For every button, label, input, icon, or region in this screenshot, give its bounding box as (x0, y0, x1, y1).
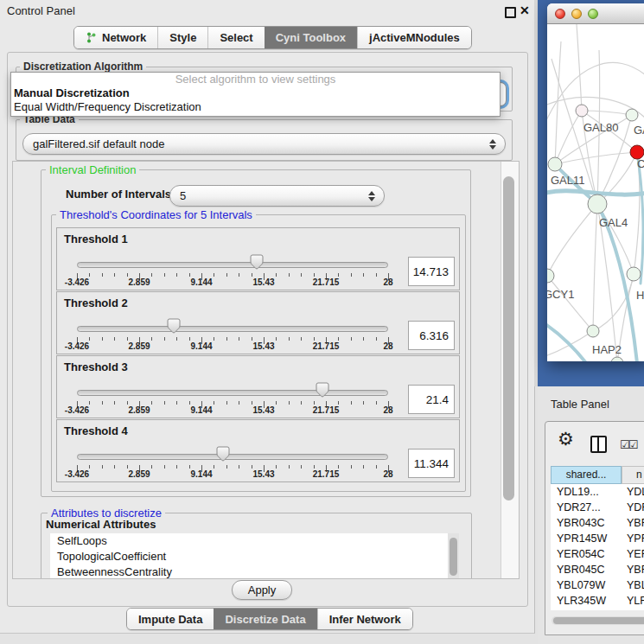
network-edge (555, 152, 637, 164)
table-row[interactable]: YLR345WYLR3 (551, 593, 644, 609)
tick-label: 15.43 (252, 277, 274, 287)
tick-mark (102, 273, 103, 277)
network-node[interactable] (547, 269, 554, 283)
cell-name: YDR2 (627, 500, 644, 515)
slider-thumb[interactable] (316, 382, 329, 398)
cell-name: YDL1 (627, 484, 644, 500)
tab-jactivemnodules[interactable]: jActiveMNodules (357, 27, 471, 48)
tick-label: 15.43 (252, 405, 274, 415)
table-panel: Table Panel ⚙ ☑☑ shared... n YDL19...YDL… (538, 386, 644, 644)
tick-label: 21.715 (313, 469, 340, 479)
algorithm-option-placeholder[interactable]: Select algorithm to view settings (11, 73, 500, 86)
attributes-scrollbar-thumb[interactable] (450, 538, 457, 576)
tab-label: Cyni Toolbox (276, 31, 346, 44)
threshold-value-field[interactable]: 14.713 (408, 257, 455, 286)
tick-label: 21.715 (313, 341, 340, 351)
threshold-label: Threshold 3 (64, 360, 128, 373)
network-node[interactable] (588, 194, 607, 214)
slider-track[interactable] (77, 390, 388, 396)
close-icon[interactable]: ✕ (520, 3, 530, 17)
tick-mark (214, 337, 214, 341)
tick-mark (164, 337, 165, 341)
tab-select[interactable]: Select (207, 27, 264, 48)
tick-mark (314, 465, 315, 469)
tab-style[interactable]: Style (157, 27, 207, 48)
network-node[interactable] (627, 267, 641, 281)
table-row[interactable]: YBR043CYBR0 (551, 515, 644, 531)
network-node[interactable] (548, 157, 562, 171)
threshold-value-field[interactable]: 21.4 (408, 385, 455, 414)
network-node[interactable] (587, 325, 599, 337)
number-of-intervals-combobox[interactable]: 5 (169, 185, 385, 207)
table-hscrollbar-thumb[interactable] (553, 617, 644, 624)
network-canvas[interactable]: GAL80GACGAL11GAL4GCY1HHAP2 (547, 24, 644, 361)
cell-name: YBR0 (627, 515, 644, 531)
float-window-icon[interactable] (505, 7, 516, 18)
network-node[interactable] (626, 109, 638, 121)
attribute-item-topologicalcoefficient[interactable]: TopologicalCoefficient (50, 549, 448, 564)
table-data-combobox[interactable]: galFiltered.sif default node (22, 133, 506, 155)
tab-discretize-data[interactable]: Discretize Data (214, 609, 316, 629)
table-data-value: galFiltered.sif default node (33, 134, 164, 154)
tick-label: 9.144 (190, 405, 212, 415)
column-manager-icon[interactable] (590, 436, 607, 453)
cell-shared-name: YIL05... (557, 609, 594, 610)
table-row[interactable]: YDR27...YDR2 (551, 500, 644, 515)
tick-mark (176, 337, 177, 341)
cell-name: YLR3 (627, 593, 644, 609)
tick-mark (89, 401, 90, 405)
table-row[interactable]: YPR145WYPR1 (551, 531, 644, 546)
network-desktop: GAL80GACGAL11GAL4GCY1HHAP2 (538, 0, 644, 386)
table-hscrollbar-track[interactable] (552, 616, 644, 625)
attribute-item-betweennesscentrality[interactable]: BetweennessCentrality (50, 564, 448, 578)
tab-cyni-toolbox[interactable]: Cyni Toolbox (265, 27, 357, 48)
attribute-item-selfloops[interactable]: SelfLoops (50, 533, 448, 549)
threshold-value-field[interactable]: 11.344 (408, 449, 455, 478)
threshold-label: Threshold 2 (64, 296, 128, 309)
threshold-value-field[interactable]: 6.316 (408, 321, 455, 350)
tick-mark (239, 337, 239, 341)
slider-track[interactable] (77, 326, 388, 332)
table-row[interactable]: YER054CYER0 (551, 546, 644, 562)
network-node-label: H (636, 289, 644, 302)
table-row[interactable]: YDL19...YDL1 (551, 484, 644, 500)
tick-mark (176, 401, 177, 405)
apply-button[interactable]: Apply (232, 580, 292, 600)
slider-track[interactable] (77, 262, 388, 268)
tick-mark (164, 465, 165, 469)
tick-mark (289, 273, 290, 277)
network-window-titlebar (547, 3, 644, 24)
tab-infer-network[interactable]: Infer Network (317, 609, 412, 629)
algorithm-option-manual-discretization[interactable]: Manual Discretization (11, 86, 500, 100)
tab-label: Discretize Data (225, 613, 305, 626)
tick-mark (363, 465, 364, 469)
table-row[interactable]: YBR045CYBR0 (551, 562, 644, 577)
gear-icon[interactable]: ⚙ (558, 429, 574, 450)
network-edge-highlighted (547, 322, 589, 361)
main-scrollbar-thumb[interactable] (503, 176, 514, 501)
tick-mark (363, 401, 364, 405)
network-node[interactable] (576, 105, 588, 117)
zoom-traffic-light-icon[interactable] (588, 9, 598, 19)
minimize-traffic-light-icon[interactable] (571, 9, 582, 19)
slider-thumb[interactable] (250, 254, 264, 270)
algorithm-option-equal-width-frequency-discretization[interactable]: Equal Width/Frequency Discretization (11, 100, 500, 114)
network-node[interactable] (611, 357, 623, 361)
slider-track[interactable] (77, 454, 388, 460)
threshold-3-box: Threshold 3-3.4262.8599.14415.4321.71528… (56, 355, 460, 418)
tab-impute-data[interactable]: Impute Data (127, 609, 214, 629)
close-traffic-light-icon[interactable] (555, 9, 565, 19)
select-columns-icon[interactable]: ☑☑ (620, 438, 636, 451)
discretization-algorithm-group-title: Discretization Algorithm (20, 61, 146, 73)
tick-mark (189, 273, 190, 277)
number-of-intervals-value: 5 (180, 186, 186, 206)
slider-thumb[interactable] (216, 446, 230, 462)
tab-network[interactable]: Network (74, 27, 157, 48)
column-header-name[interactable]: n (622, 466, 644, 484)
slider-thumb[interactable] (167, 318, 181, 334)
network-edge (555, 111, 582, 164)
tick-label: 9.144 (190, 341, 212, 351)
table-row[interactable]: YIL05...YIL0 (551, 609, 644, 610)
table-row[interactable]: YBL079WYBL0 (551, 577, 644, 593)
column-header-shared-name[interactable]: shared... (551, 466, 622, 484)
